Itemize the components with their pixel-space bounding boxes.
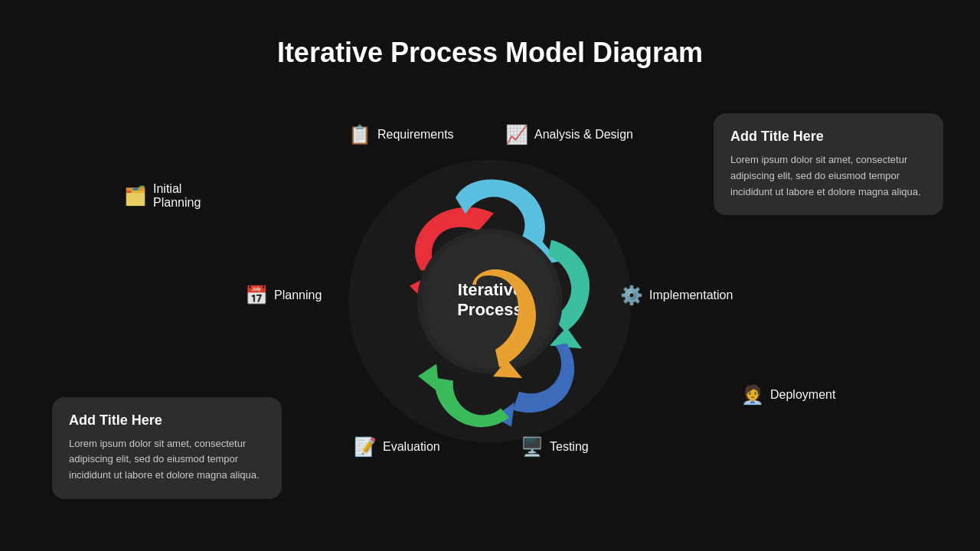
card-top-right-body: Lorem ipsum dolor sit amet, consectetur …	[730, 152, 926, 200]
implementation-icon: ⚙️	[620, 285, 643, 306]
initial-planning-icon: 🗂️	[124, 185, 147, 207]
deployment-text: Deployment	[770, 388, 835, 402]
analysis-design-label: 📈 Analysis & Design	[505, 124, 633, 145]
deployment-icon: 🧑‍💼	[741, 384, 764, 406]
planning-label: 📅 Planning	[245, 285, 322, 306]
planning-text: Planning	[274, 289, 322, 302]
card-bottom-left: Add Title Here Lorem ipsum dolor sit ame…	[52, 397, 282, 499]
svg-marker-10	[493, 360, 522, 378]
evaluation-icon: 📝	[354, 436, 377, 458]
card-bottom-left-body: Lorem ipsum dolor sit amet, consectetur …	[69, 436, 265, 484]
testing-label: 🖥️ Testing	[521, 436, 589, 458]
testing-text: Testing	[550, 440, 589, 454]
evaluation-label: 📝 Evaluation	[354, 436, 440, 458]
testing-icon: 🖥️	[521, 436, 544, 458]
implementation-text: Implementation	[649, 289, 733, 302]
evaluation-text: Evaluation	[383, 440, 440, 454]
requirements-icon: 📋	[348, 124, 371, 145]
initial-planning-text: Initial Planning	[153, 182, 201, 210]
card-bottom-left-title: Add Title Here	[69, 412, 265, 429]
initial-planning-label: 🗂️ Initial Planning	[124, 182, 201, 210]
card-top-right-title: Add Title Here	[730, 129, 926, 145]
implementation-label: ⚙️ Implementation	[620, 285, 733, 306]
requirements-label: 📋 Requirements	[348, 124, 454, 145]
requirements-text: Requirements	[377, 128, 454, 142]
planning-icon: 📅	[245, 285, 268, 306]
page-title: Iterative Process Model Diagram	[0, 0, 980, 69]
card-top-right: Add Title Here Lorem ipsum dolor sit ame…	[714, 113, 943, 215]
deployment-label: 🧑‍💼 Deployment	[741, 384, 835, 406]
analysis-icon: 📈	[505, 124, 528, 145]
analysis-design-text: Analysis & Design	[534, 128, 633, 142]
